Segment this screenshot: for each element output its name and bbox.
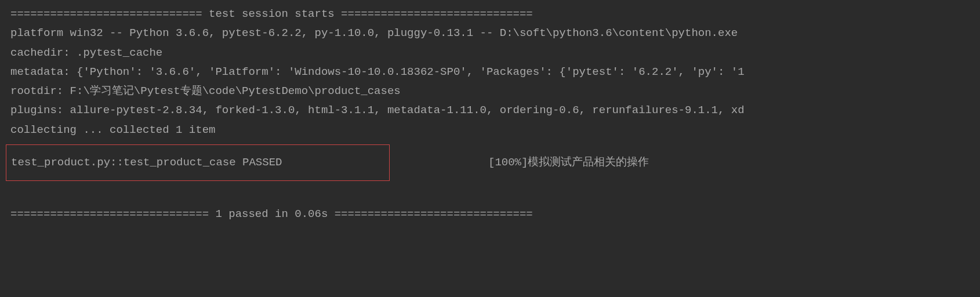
plugins-line: plugins: allure-pytest-2.8.34, forked-1.…: [10, 101, 970, 120]
session-footer: ============================== 1 passed …: [10, 205, 970, 224]
highlighted-test-result: test_product.py::test_product_case PASSE…: [6, 144, 390, 181]
progress-message: [100%]模拟测试产品相关的操作: [488, 153, 649, 172]
rootdir-line: rootdir: F:\学习笔记\Pytest专题\code\PytestDem…: [10, 82, 970, 101]
platform-line: platform win32 -- Python 3.6.6, pytest-6…: [10, 24, 970, 43]
test-result-row: test_product.py::test_product_case PASSE…: [10, 140, 970, 186]
collecting-line: collecting ... collected 1 item: [10, 121, 970, 140]
cachedir-line: cachedir: .pytest_cache: [10, 44, 970, 63]
terminal-output: ============================= test sessi…: [0, 0, 980, 229]
test-result-text: test_product.py::test_product_case PASSE…: [11, 156, 282, 169]
metadata-line: metadata: {'Python': '3.6.6', 'Platform'…: [10, 63, 970, 82]
blank-line: [10, 186, 970, 205]
session-header: ============================= test sessi…: [10, 5, 970, 24]
